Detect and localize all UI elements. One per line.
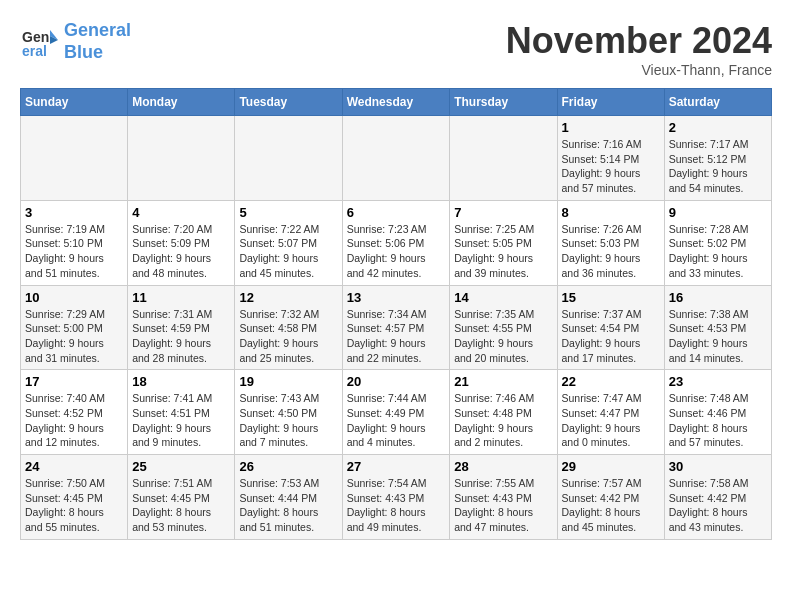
calendar-cell: 14Sunrise: 7:35 AM Sunset: 4:55 PM Dayli…: [450, 285, 557, 370]
day-number: 28: [454, 459, 552, 474]
day-number: 23: [669, 374, 767, 389]
day-info: Sunrise: 7:34 AM Sunset: 4:57 PM Dayligh…: [347, 307, 446, 366]
calendar-cell: 11Sunrise: 7:31 AM Sunset: 4:59 PM Dayli…: [128, 285, 235, 370]
logo-line2: Blue: [64, 42, 103, 62]
day-info: Sunrise: 7:19 AM Sunset: 5:10 PM Dayligh…: [25, 222, 123, 281]
day-number: 16: [669, 290, 767, 305]
logo: Gen eral General Blue: [20, 20, 131, 63]
day-info: Sunrise: 7:32 AM Sunset: 4:58 PM Dayligh…: [239, 307, 337, 366]
day-number: 17: [25, 374, 123, 389]
day-info: Sunrise: 7:17 AM Sunset: 5:12 PM Dayligh…: [669, 137, 767, 196]
column-header-thursday: Thursday: [450, 89, 557, 116]
day-number: 2: [669, 120, 767, 135]
day-number: 27: [347, 459, 446, 474]
day-number: 25: [132, 459, 230, 474]
column-header-friday: Friday: [557, 89, 664, 116]
day-number: 13: [347, 290, 446, 305]
calendar-cell: 5Sunrise: 7:22 AM Sunset: 5:07 PM Daylig…: [235, 200, 342, 285]
calendar-cell: 2Sunrise: 7:17 AM Sunset: 5:12 PM Daylig…: [664, 116, 771, 201]
day-number: 9: [669, 205, 767, 220]
calendar-header-row: SundayMondayTuesdayWednesdayThursdayFrid…: [21, 89, 772, 116]
calendar-cell: 9Sunrise: 7:28 AM Sunset: 5:02 PM Daylig…: [664, 200, 771, 285]
calendar-week-row: 1Sunrise: 7:16 AM Sunset: 5:14 PM Daylig…: [21, 116, 772, 201]
calendar-cell: 6Sunrise: 7:23 AM Sunset: 5:06 PM Daylig…: [342, 200, 450, 285]
svg-text:eral: eral: [22, 43, 47, 59]
day-number: 21: [454, 374, 552, 389]
day-info: Sunrise: 7:29 AM Sunset: 5:00 PM Dayligh…: [25, 307, 123, 366]
calendar-cell: 18Sunrise: 7:41 AM Sunset: 4:51 PM Dayli…: [128, 370, 235, 455]
calendar-cell: [450, 116, 557, 201]
day-number: 20: [347, 374, 446, 389]
day-info: Sunrise: 7:23 AM Sunset: 5:06 PM Dayligh…: [347, 222, 446, 281]
calendar-cell: 22Sunrise: 7:47 AM Sunset: 4:47 PM Dayli…: [557, 370, 664, 455]
column-header-saturday: Saturday: [664, 89, 771, 116]
calendar-week-row: 10Sunrise: 7:29 AM Sunset: 5:00 PM Dayli…: [21, 285, 772, 370]
calendar-cell: 23Sunrise: 7:48 AM Sunset: 4:46 PM Dayli…: [664, 370, 771, 455]
day-number: 11: [132, 290, 230, 305]
day-info: Sunrise: 7:51 AM Sunset: 4:45 PM Dayligh…: [132, 476, 230, 535]
day-info: Sunrise: 7:25 AM Sunset: 5:05 PM Dayligh…: [454, 222, 552, 281]
calendar-cell: 28Sunrise: 7:55 AM Sunset: 4:43 PM Dayli…: [450, 455, 557, 540]
column-header-monday: Monday: [128, 89, 235, 116]
calendar-cell: 15Sunrise: 7:37 AM Sunset: 4:54 PM Dayli…: [557, 285, 664, 370]
day-number: 5: [239, 205, 337, 220]
day-info: Sunrise: 7:58 AM Sunset: 4:42 PM Dayligh…: [669, 476, 767, 535]
calendar-cell: [21, 116, 128, 201]
calendar-week-row: 3Sunrise: 7:19 AM Sunset: 5:10 PM Daylig…: [21, 200, 772, 285]
calendar-week-row: 24Sunrise: 7:50 AM Sunset: 4:45 PM Dayli…: [21, 455, 772, 540]
day-info: Sunrise: 7:55 AM Sunset: 4:43 PM Dayligh…: [454, 476, 552, 535]
calendar-cell: [128, 116, 235, 201]
day-info: Sunrise: 7:54 AM Sunset: 4:43 PM Dayligh…: [347, 476, 446, 535]
day-info: Sunrise: 7:35 AM Sunset: 4:55 PM Dayligh…: [454, 307, 552, 366]
calendar-cell: 13Sunrise: 7:34 AM Sunset: 4:57 PM Dayli…: [342, 285, 450, 370]
day-info: Sunrise: 7:43 AM Sunset: 4:50 PM Dayligh…: [239, 391, 337, 450]
day-number: 15: [562, 290, 660, 305]
day-number: 4: [132, 205, 230, 220]
day-number: 29: [562, 459, 660, 474]
day-number: 19: [239, 374, 337, 389]
day-info: Sunrise: 7:40 AM Sunset: 4:52 PM Dayligh…: [25, 391, 123, 450]
location-subtitle: Vieux-Thann, France: [506, 62, 772, 78]
calendar-cell: 1Sunrise: 7:16 AM Sunset: 5:14 PM Daylig…: [557, 116, 664, 201]
day-info: Sunrise: 7:16 AM Sunset: 5:14 PM Dayligh…: [562, 137, 660, 196]
day-number: 22: [562, 374, 660, 389]
day-number: 10: [25, 290, 123, 305]
day-info: Sunrise: 7:22 AM Sunset: 5:07 PM Dayligh…: [239, 222, 337, 281]
column-header-wednesday: Wednesday: [342, 89, 450, 116]
day-info: Sunrise: 7:57 AM Sunset: 4:42 PM Dayligh…: [562, 476, 660, 535]
calendar-cell: 19Sunrise: 7:43 AM Sunset: 4:50 PM Dayli…: [235, 370, 342, 455]
page-header: Gen eral General Blue November 2024 Vieu…: [20, 20, 772, 78]
day-info: Sunrise: 7:38 AM Sunset: 4:53 PM Dayligh…: [669, 307, 767, 366]
day-number: 3: [25, 205, 123, 220]
calendar-cell: 20Sunrise: 7:44 AM Sunset: 4:49 PM Dayli…: [342, 370, 450, 455]
logo-icon: Gen eral: [20, 22, 60, 62]
calendar-cell: 27Sunrise: 7:54 AM Sunset: 4:43 PM Dayli…: [342, 455, 450, 540]
column-header-sunday: Sunday: [21, 89, 128, 116]
day-info: Sunrise: 7:20 AM Sunset: 5:09 PM Dayligh…: [132, 222, 230, 281]
column-header-tuesday: Tuesday: [235, 89, 342, 116]
day-number: 1: [562, 120, 660, 135]
day-info: Sunrise: 7:28 AM Sunset: 5:02 PM Dayligh…: [669, 222, 767, 281]
calendar-table: SundayMondayTuesdayWednesdayThursdayFrid…: [20, 88, 772, 540]
calendar-cell: 3Sunrise: 7:19 AM Sunset: 5:10 PM Daylig…: [21, 200, 128, 285]
calendar-cell: 10Sunrise: 7:29 AM Sunset: 5:00 PM Dayli…: [21, 285, 128, 370]
calendar-cell: 30Sunrise: 7:58 AM Sunset: 4:42 PM Dayli…: [664, 455, 771, 540]
calendar-cell: 24Sunrise: 7:50 AM Sunset: 4:45 PM Dayli…: [21, 455, 128, 540]
calendar-cell: [235, 116, 342, 201]
day-number: 18: [132, 374, 230, 389]
calendar-cell: 17Sunrise: 7:40 AM Sunset: 4:52 PM Dayli…: [21, 370, 128, 455]
day-info: Sunrise: 7:26 AM Sunset: 5:03 PM Dayligh…: [562, 222, 660, 281]
day-info: Sunrise: 7:41 AM Sunset: 4:51 PM Dayligh…: [132, 391, 230, 450]
calendar-cell: 29Sunrise: 7:57 AM Sunset: 4:42 PM Dayli…: [557, 455, 664, 540]
calendar-cell: 26Sunrise: 7:53 AM Sunset: 4:44 PM Dayli…: [235, 455, 342, 540]
day-info: Sunrise: 7:48 AM Sunset: 4:46 PM Dayligh…: [669, 391, 767, 450]
calendar-cell: 25Sunrise: 7:51 AM Sunset: 4:45 PM Dayli…: [128, 455, 235, 540]
day-number: 6: [347, 205, 446, 220]
calendar-cell: 16Sunrise: 7:38 AM Sunset: 4:53 PM Dayli…: [664, 285, 771, 370]
day-number: 30: [669, 459, 767, 474]
month-title: November 2024: [506, 20, 772, 62]
logo-line1: General: [64, 20, 131, 40]
day-info: Sunrise: 7:46 AM Sunset: 4:48 PM Dayligh…: [454, 391, 552, 450]
day-info: Sunrise: 7:44 AM Sunset: 4:49 PM Dayligh…: [347, 391, 446, 450]
day-number: 14: [454, 290, 552, 305]
